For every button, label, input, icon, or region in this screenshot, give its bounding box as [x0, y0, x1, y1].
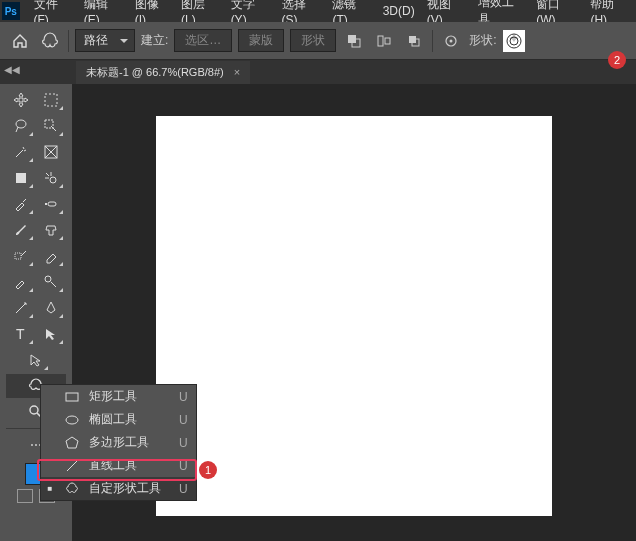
- svg-point-17: [50, 177, 56, 183]
- divider: [68, 30, 69, 52]
- expand-toggle-icon[interactable]: ◀◀: [4, 64, 20, 75]
- gradient-tool[interactable]: [7, 270, 35, 294]
- flyout-ellipse-tool[interactable]: 椭圆工具 U: [41, 408, 196, 431]
- close-icon[interactable]: ×: [234, 66, 240, 78]
- make-shape-button[interactable]: 形状: [290, 29, 336, 52]
- mode-select[interactable]: 路径: [75, 29, 135, 52]
- shape-tool-flyout: 矩形工具 U 椭圆工具 U 多边形工具 U 直线工具 U ■ 自定形状工具 U: [40, 384, 197, 501]
- shortcut-key: U: [179, 482, 188, 496]
- flyout-label: 椭圆工具: [89, 411, 161, 428]
- shortcut-key: U: [179, 459, 188, 473]
- document-canvas[interactable]: [156, 116, 552, 516]
- flyout-polygon-tool[interactable]: 多边形工具 U: [41, 431, 196, 454]
- make-mask-button[interactable]: 蒙版: [238, 29, 284, 52]
- frame-tool[interactable]: [37, 140, 65, 164]
- menu-bar: Ps 文件(F) 编辑(E) 图像(I) 图层(L) 文字(Y) 选择(S) 滤…: [0, 0, 636, 22]
- menu-3d[interactable]: 3D(D): [377, 1, 421, 21]
- type-tool[interactable]: T: [7, 322, 35, 346]
- quick-mask-icon[interactable]: [17, 489, 33, 503]
- path-operations-icon[interactable]: [342, 29, 366, 53]
- path-alignment-icon[interactable]: [372, 29, 396, 53]
- marquee-tool[interactable]: [37, 88, 65, 112]
- flyout-label: 直线工具: [89, 457, 161, 474]
- flyout-label: 多边形工具: [89, 434, 161, 451]
- magic-wand-tool[interactable]: [7, 140, 35, 164]
- svg-marker-26: [66, 437, 78, 448]
- svg-point-23: [30, 406, 38, 414]
- path-arrangement-icon[interactable]: [402, 29, 426, 53]
- custom-shape-tool-icon: [38, 29, 62, 53]
- flyout-label: 自定形状工具: [89, 480, 161, 497]
- move-tool[interactable]: [7, 88, 35, 112]
- svg-rect-10: [45, 94, 57, 106]
- svg-rect-18: [48, 202, 56, 206]
- pen-tool[interactable]: [37, 296, 65, 320]
- svg-line-27: [67, 461, 77, 471]
- divider: [432, 30, 433, 52]
- make-selection-button[interactable]: 选区…: [174, 29, 232, 52]
- spot-healing-tool[interactable]: [37, 192, 65, 216]
- document-tab[interactable]: 未标题-1 @ 66.7%(RGB/8#) ×: [76, 61, 250, 84]
- shortcut-key: U: [179, 390, 188, 404]
- crop-tool[interactable]: [7, 166, 35, 190]
- svg-point-25: [66, 416, 78, 424]
- home-icon[interactable]: [8, 29, 32, 53]
- document-title: 未标题-1 @ 66.7%(RGB/8#): [86, 65, 224, 80]
- polygon-icon: [63, 436, 81, 450]
- brush-tool[interactable]: [7, 218, 35, 242]
- custom-shape-icon: [63, 482, 81, 496]
- ps-logo: Ps: [2, 2, 20, 20]
- ellipse-icon: [63, 413, 81, 427]
- svg-point-11: [16, 120, 26, 128]
- document-tabs: 未标题-1 @ 66.7%(RGB/8#) ×: [0, 60, 636, 84]
- svg-rect-3: [385, 38, 390, 44]
- options-bar: 路径 建立: 选区… 蒙版 形状 形状: 2: [0, 22, 636, 60]
- dodge-tool[interactable]: [7, 296, 35, 320]
- flyout-custom-shape-tool[interactable]: ■ 自定形状工具 U: [41, 477, 196, 500]
- line-icon: [63, 459, 81, 473]
- svg-point-21: [45, 276, 51, 282]
- flyout-rectangle-tool[interactable]: 矩形工具 U: [41, 385, 196, 408]
- shape-label: 形状:: [469, 32, 496, 49]
- callout-1: 1: [199, 461, 217, 479]
- clone-stamp-tool[interactable]: [37, 218, 65, 242]
- svg-rect-2: [378, 36, 383, 46]
- shape-picker[interactable]: [503, 30, 525, 52]
- flyout-label: 矩形工具: [89, 388, 161, 405]
- direct-selection-tool[interactable]: [22, 348, 50, 372]
- path-selection-tool[interactable]: [37, 322, 65, 346]
- shortcut-key: U: [179, 436, 188, 450]
- blur-tool[interactable]: [37, 270, 65, 294]
- gear-icon[interactable]: [439, 29, 463, 53]
- quick-selection-tool[interactable]: [37, 114, 65, 138]
- slice-tool[interactable]: [37, 166, 65, 190]
- svg-rect-20: [15, 253, 21, 259]
- svg-rect-24: [66, 393, 78, 401]
- svg-text:T: T: [16, 326, 25, 342]
- rectangle-icon: [63, 390, 81, 404]
- lasso-tool[interactable]: [7, 114, 35, 138]
- svg-rect-19: [45, 203, 47, 205]
- shortcut-key: U: [179, 413, 188, 427]
- eraser-tool[interactable]: [37, 244, 65, 268]
- flyout-line-tool[interactable]: 直线工具 U: [41, 454, 196, 477]
- svg-rect-16: [16, 173, 26, 183]
- build-label: 建立:: [141, 32, 168, 49]
- history-brush-tool[interactable]: [7, 244, 35, 268]
- selected-indicator: ■: [45, 484, 55, 493]
- svg-point-7: [450, 39, 453, 42]
- eyedropper-tool[interactable]: [7, 192, 35, 216]
- callout-2: 2: [608, 51, 626, 69]
